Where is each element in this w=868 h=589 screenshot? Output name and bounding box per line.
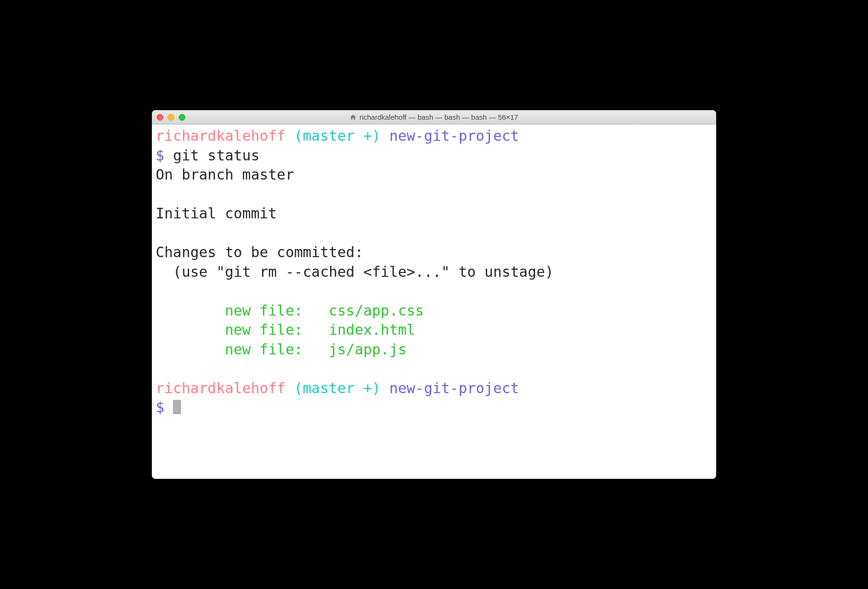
output-unstage-hint: (use "git rm --cached <file>..." to unst… <box>156 263 554 280</box>
output-branch: On branch master <box>156 166 294 183</box>
home-icon <box>350 114 356 121</box>
title-wrap: richardkalehoff — bash — bash — bash — 5… <box>152 113 716 121</box>
prompt-branch: (master +) <box>294 380 381 396</box>
output-changes-header: Changes to be committed: <box>156 244 363 261</box>
close-button[interactable] <box>157 114 163 121</box>
staged-file-path: css/app.css <box>329 302 424 319</box>
prompt-line-1: richardkalehoff (master +) new-git-proje… <box>156 127 519 144</box>
window-title: richardkalehoff — bash — bash — bash — 5… <box>359 113 518 121</box>
staged-file-label: new file: <box>225 302 303 319</box>
prompt-user: richardkalehoff <box>156 127 286 144</box>
prompt-symbol: $ <box>156 147 164 164</box>
staged-file-label: new file: <box>225 341 303 358</box>
prompt-user: richardkalehoff <box>156 380 286 396</box>
titlebar[interactable]: richardkalehoff — bash — bash — bash — 5… <box>152 110 716 125</box>
staged-file-path: index.html <box>329 321 415 338</box>
staged-file-path: js/app.js <box>329 341 407 358</box>
minimize-button[interactable] <box>168 114 174 121</box>
prompt-branch: (master +) <box>294 127 381 144</box>
command-text: git status <box>173 147 260 164</box>
traffic-lights <box>157 114 185 121</box>
terminal-content[interactable]: richardkalehoff (master +) new-git-proje… <box>152 125 716 479</box>
prompt-dir: new-git-project <box>389 127 519 144</box>
prompt-symbol: $ <box>156 399 164 416</box>
terminal-window: richardkalehoff — bash — bash — bash — 5… <box>152 110 716 479</box>
prompt-dir: new-git-project <box>389 380 519 396</box>
staged-file-label: new file: <box>225 321 303 338</box>
prompt-line-2: richardkalehoff (master +) new-git-proje… <box>156 380 519 396</box>
maximize-button[interactable] <box>179 114 185 121</box>
output-initial-commit: Initial commit <box>156 205 277 222</box>
cursor <box>173 400 181 414</box>
